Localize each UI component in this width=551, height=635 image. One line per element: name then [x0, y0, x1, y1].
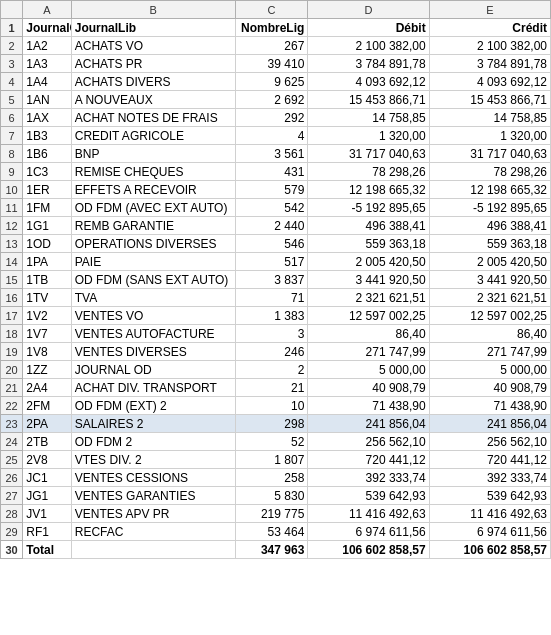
row-num: 24	[1, 433, 23, 451]
cell-journalco: 2PA	[23, 415, 72, 433]
cell-journallib: VENTES CESSIONS	[71, 469, 235, 487]
row-num: 30	[1, 541, 23, 559]
cell-credit: 539 642,93	[429, 487, 550, 505]
col-a-header: A	[23, 1, 72, 19]
col-d-header: D	[308, 1, 429, 19]
row-num: 2	[1, 37, 23, 55]
table-row: 121G1REMB GARANTIE2 440496 388,41496 388…	[1, 217, 551, 235]
cell-debit: 2 100 382,00	[308, 37, 429, 55]
cell-debit: 496 388,41	[308, 217, 429, 235]
row-num: 5	[1, 91, 23, 109]
table-row: 81B6BNP3 56131 717 040,6331 717 040,63	[1, 145, 551, 163]
cell-credit: 106 602 858,57	[429, 541, 550, 559]
table-row: 30Total347 963106 602 858,57106 602 858,…	[1, 541, 551, 559]
cell-journallib: VENTES DIVERSES	[71, 343, 235, 361]
table-row: 1 JournalCo JournalLib NombreLig Débit C…	[1, 19, 551, 37]
cell-credit: 720 441,12	[429, 451, 550, 469]
cell-debit: 12 198 665,32	[308, 181, 429, 199]
table-row: 21A2ACHATS VO2672 100 382,002 100 382,00	[1, 37, 551, 55]
row-num: 12	[1, 217, 23, 235]
cell-journallib	[71, 541, 235, 559]
header-debit: Débit	[308, 19, 429, 37]
cell-nombrelig: 347 963	[235, 541, 308, 559]
cell-nombrelig: 431	[235, 163, 308, 181]
cell-nombrelig: 542	[235, 199, 308, 217]
cell-journalco: 1V8	[23, 343, 72, 361]
row-num: 26	[1, 469, 23, 487]
cell-nombrelig: 546	[235, 235, 308, 253]
cell-nombrelig: 21	[235, 379, 308, 397]
header-journallib: JournalLib	[71, 19, 235, 37]
cell-nombrelig: 258	[235, 469, 308, 487]
cell-journalco: 1ZZ	[23, 361, 72, 379]
spreadsheet: A B C D E 1 JournalCo JournalLib NombreL…	[0, 0, 551, 559]
cell-credit: 5 000,00	[429, 361, 550, 379]
cell-journalco: 1G1	[23, 217, 72, 235]
cell-journallib: CREDIT AGRICOLE	[71, 127, 235, 145]
table-row: 101EREFFETS A RECEVOIR57912 198 665,3212…	[1, 181, 551, 199]
row-num: 3	[1, 55, 23, 73]
table-row: 41A4ACHATS DIVERS9 6254 093 692,124 093 …	[1, 73, 551, 91]
row-num: 28	[1, 505, 23, 523]
cell-nombrelig: 292	[235, 109, 308, 127]
table-row: 181V7VENTES AUTOFACTURE386,4086,40	[1, 325, 551, 343]
cell-debit: 6 974 611,56	[308, 523, 429, 541]
cell-debit: 539 642,93	[308, 487, 429, 505]
cell-debit: 241 856,04	[308, 415, 429, 433]
cell-journalco: RF1	[23, 523, 72, 541]
cell-debit: 256 562,10	[308, 433, 429, 451]
cell-nombrelig: 39 410	[235, 55, 308, 73]
cell-journalco: 1AN	[23, 91, 72, 109]
table-row: 61AXACHAT NOTES DE FRAIS29214 758,8514 7…	[1, 109, 551, 127]
cell-debit: 271 747,99	[308, 343, 429, 361]
row-num-header	[1, 1, 23, 19]
cell-journallib: ACHAT DIV. TRANSPORT	[71, 379, 235, 397]
cell-credit: 12 597 002,25	[429, 307, 550, 325]
cell-journalco: 1A2	[23, 37, 72, 55]
row-num: 21	[1, 379, 23, 397]
cell-journallib: ACHATS DIVERS	[71, 73, 235, 91]
cell-debit: 3 784 891,78	[308, 55, 429, 73]
table-row: 29RF1RECFAC53 4646 974 611,566 974 611,5…	[1, 523, 551, 541]
cell-journalco: 1AX	[23, 109, 72, 127]
cell-debit: 12 597 002,25	[308, 307, 429, 325]
cell-debit: 5 000,00	[308, 361, 429, 379]
header-credit: Crédit	[429, 19, 550, 37]
table-row: 232PASALAIRES 2298241 856,04241 856,04	[1, 415, 551, 433]
cell-nombrelig: 267	[235, 37, 308, 55]
row-num: 4	[1, 73, 23, 91]
cell-debit: 106 602 858,57	[308, 541, 429, 559]
cell-journallib: OD FDM (SANS EXT AUTO)	[71, 271, 235, 289]
cell-credit: 392 333,74	[429, 469, 550, 487]
row-num: 10	[1, 181, 23, 199]
cell-credit: 86,40	[429, 325, 550, 343]
cell-journallib: OPERATIONS DIVERSES	[71, 235, 235, 253]
cell-nombrelig: 10	[235, 397, 308, 415]
cell-journalco: 2TB	[23, 433, 72, 451]
cell-journallib: RECFAC	[71, 523, 235, 541]
cell-debit: 40 908,79	[308, 379, 429, 397]
row-num: 16	[1, 289, 23, 307]
cell-credit: 1 320,00	[429, 127, 550, 145]
cell-journallib: PAIE	[71, 253, 235, 271]
cell-nombrelig: 9 625	[235, 73, 308, 91]
cell-credit: 271 747,99	[429, 343, 550, 361]
cell-debit: 4 093 692,12	[308, 73, 429, 91]
cell-debit: 31 717 040,63	[308, 145, 429, 163]
table-row: 191V8VENTES DIVERSES246271 747,99271 747…	[1, 343, 551, 361]
table-row: 252V8VTES DIV. 21 807720 441,12720 441,1…	[1, 451, 551, 469]
cell-nombrelig: 52	[235, 433, 308, 451]
cell-journalco: 1V7	[23, 325, 72, 343]
cell-credit: 31 717 040,63	[429, 145, 550, 163]
row-num: 23	[1, 415, 23, 433]
cell-journallib: VENTES APV PR	[71, 505, 235, 523]
table-row: 51ANA NOUVEAUX2 69215 453 866,7115 453 8…	[1, 91, 551, 109]
cell-nombrelig: 3 561	[235, 145, 308, 163]
col-c-header: C	[235, 1, 308, 19]
cell-journallib: VENTES AUTOFACTURE	[71, 325, 235, 343]
cell-credit: 15 453 866,71	[429, 91, 550, 109]
cell-credit: 496 388,41	[429, 217, 550, 235]
cell-credit: 256 562,10	[429, 433, 550, 451]
cell-journalco: 1TB	[23, 271, 72, 289]
cell-credit: 3 441 920,50	[429, 271, 550, 289]
